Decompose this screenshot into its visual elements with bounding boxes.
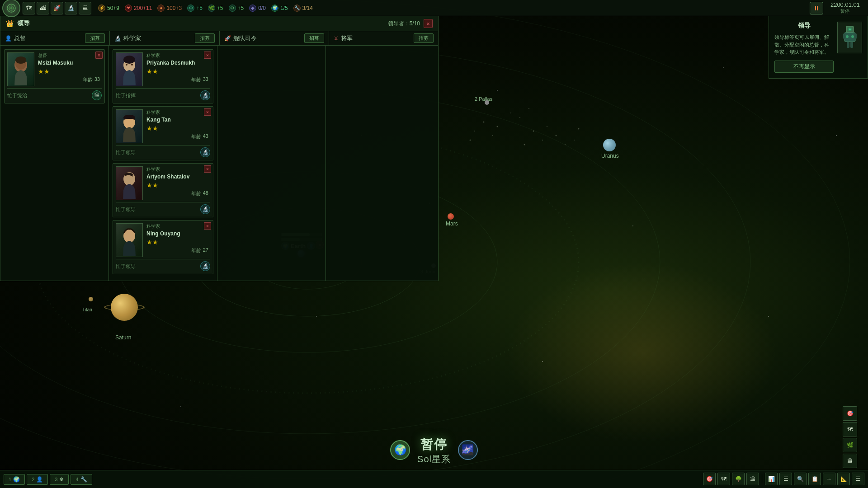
svg-rect-44	[843, 33, 845, 39]
leadership-panel: 👑 领导 领导者：5/10 × 👤 总督 招募 🔬 科学家 招募	[0, 16, 439, 281]
fleet-icon-btn[interactable]: 🚀	[51, 2, 63, 14]
paused-label: 暂停	[417, 436, 451, 453]
globe-button[interactable]: 🌍	[390, 440, 410, 460]
svg-point-42	[846, 35, 849, 38]
nebula	[506, 262, 778, 443]
minimap-btn-10[interactable]: ☰	[852, 473, 864, 485]
titan-planet[interactable]	[89, 297, 93, 301]
scientist-tab[interactable]: 🔬 科学家	[114, 34, 141, 42]
right-panel-description: 领导标签页可以雇佣、解散、分配空闲的总督，科学家，舰队司令和将军。	[774, 33, 834, 56]
minimap-btn-1[interactable]: 🗺	[717, 473, 730, 485]
scientist-0-status: 忙于指挥 🔬	[116, 88, 210, 100]
scientist-2-portrait	[116, 166, 143, 200]
system-name-label: Sol星系	[417, 453, 451, 465]
bottom-bar: 1 🌍 2 👤 3 ❄ 4 🔧 🎯 🗺 🌳 🏛 📊 ☰ 🔍 📋 ↔ 📐 ☰	[0, 470, 868, 488]
nav-icon-1[interactable]: 🗺	[843, 422, 857, 436]
scientist-card-1[interactable]: × 科学家 Kang Tan	[113, 106, 213, 160]
diplo-icon-btn[interactable]: 🏛	[79, 2, 91, 14]
resource-bar: ⚡ 50+9 ❤ 200+11 ● 100+3 ⚙ +5 🌿 +5 ⚙ +5 ◆…	[98, 5, 810, 12]
minimap-btn-7[interactable]: 📋	[808, 473, 821, 485]
governor-card[interactable]: × 总督	[4, 49, 105, 103]
minimap-btn-5[interactable]: ☰	[779, 473, 792, 485]
scientist-3-status: 忙于领导 🔬	[116, 259, 210, 271]
minimap-btn-0[interactable]: 🎯	[703, 473, 716, 485]
galaxy-button[interactable]: 🌌	[458, 440, 478, 460]
scientist-1-status: 忙于领导 🔬	[116, 145, 210, 157]
bottom-tab-3[interactable]: 4 🔧	[71, 474, 92, 485]
minimap-btn-9[interactable]: 📐	[837, 473, 850, 485]
governor-remove-button[interactable]: ×	[95, 52, 103, 59]
pallas-planet[interactable]	[485, 100, 489, 105]
scientist-3-status-icon: 🔬	[200, 261, 210, 271]
scientist-0-portrait	[116, 52, 143, 86]
svg-point-33	[126, 64, 127, 66]
general-recruit-button[interactable]: 招募	[414, 33, 434, 43]
right-info-panel: 领导 领导标签页可以雇佣、解散、分配空闲的总督，科学家，舰队司令和将军。 不再显…	[769, 16, 868, 79]
svg-rect-46	[847, 42, 849, 48]
panel-icon: 👑	[6, 20, 14, 27]
admiral-section	[217, 46, 326, 281]
governor-tab[interactable]: 👤 总督	[5, 34, 26, 42]
admiral-tab[interactable]: 🚀 舰队司令	[224, 34, 257, 42]
scientist-1-portrait	[116, 109, 143, 143]
scientist-recruit-button[interactable]: 招募	[195, 33, 215, 43]
scientist-1-info: 科学家 Kang Tan ★★ 年龄 43	[146, 109, 210, 140]
bottom-tab-1[interactable]: 2 👤	[27, 474, 48, 485]
svg-rect-47	[850, 42, 853, 48]
saturn-label: Saturn	[115, 334, 131, 341]
tech-icon-btn[interactable]: 🔬	[65, 2, 77, 14]
governor-section: × 总督	[0, 46, 109, 281]
governor-status: 忙于统治 🏛	[7, 88, 102, 100]
society-resource: 🌿 +5	[208, 5, 223, 12]
energy-resource: ⚡ 50+9	[98, 5, 119, 12]
general-section	[326, 46, 434, 281]
scientist-3-portrait	[116, 223, 143, 257]
no-show-button[interactable]: 不再显示	[774, 61, 834, 73]
svg-point-32	[123, 56, 135, 64]
scientist-2-remove[interactable]: ×	[204, 165, 211, 173]
svg-point-30	[15, 56, 26, 64]
scientist-card-2[interactable]: × 科学家 Artyom Shatalov	[113, 163, 213, 217]
alloys-resource: 🔧 3/14	[293, 5, 313, 12]
uranus-planet[interactable]	[603, 139, 616, 151]
mars-label: Mars	[446, 221, 458, 227]
colony-icon-btn[interactable]: 🏙	[37, 2, 49, 14]
svg-point-43	[851, 35, 854, 38]
nav-icon-2[interactable]: 🌿	[843, 438, 857, 452]
scientist-3-remove[interactable]: ×	[204, 222, 211, 230]
saturn-planet[interactable]	[102, 285, 147, 330]
scientist-1-remove[interactable]: ×	[204, 108, 211, 116]
bottom-tab-0[interactable]: 1 🌍	[4, 474, 25, 485]
governor-recruit-button[interactable]: 招募	[85, 33, 105, 43]
pause-button[interactable]: ⏸	[810, 2, 823, 14]
admiral-recruit-button[interactable]: 招募	[304, 33, 324, 43]
scientist-2-status: 忙于领导 🔬	[116, 202, 210, 214]
empire-logo[interactable]	[2, 0, 20, 17]
mars-planet[interactable]	[448, 213, 454, 220]
minimap-btn-3[interactable]: 🏛	[746, 473, 759, 485]
map-icon-btn[interactable]: 🗺	[23, 2, 35, 14]
unity-resource: 🌍 1/5	[271, 5, 288, 12]
physics-resource: ⚙ +5	[187, 5, 203, 12]
bottom-tab-2[interactable]: 3 ❄	[50, 474, 69, 485]
scientist-2-status-icon: 🔬	[200, 204, 210, 214]
scientist-0-remove[interactable]: ×	[204, 52, 211, 59]
minimap-btn-8[interactable]: ↔	[823, 473, 835, 485]
minimap-btn-4[interactable]: 📊	[765, 473, 778, 485]
general-tab[interactable]: ⚔ 将军	[334, 34, 353, 42]
scientist-card-0[interactable]: × 科学家	[113, 49, 213, 103]
panel-content: × 总督	[0, 46, 438, 281]
panel-close-button[interactable]: ×	[424, 19, 433, 28]
scientist-card-3[interactable]: × 科学家 Ning Ouyang	[113, 220, 213, 274]
scientist-section: × 科学家	[109, 46, 217, 281]
minimap-btn-6[interactable]: 🔍	[794, 473, 807, 485]
scientist-1-status-icon: 🔬	[200, 147, 210, 157]
right-panel-avatar	[837, 22, 862, 53]
scientist-3-info: 科学家 Ning Ouyang ★★ 年龄 27	[146, 223, 210, 254]
svg-point-34	[131, 64, 133, 66]
nav-icon-3[interactable]: 🏛	[843, 454, 857, 468]
minerals-resource: ● 100+3	[157, 5, 182, 12]
minimap-btn-2[interactable]: 🌳	[732, 473, 745, 485]
nav-icon-0[interactable]: 🎯	[843, 406, 857, 421]
panel-title: 领导	[17, 19, 30, 28]
